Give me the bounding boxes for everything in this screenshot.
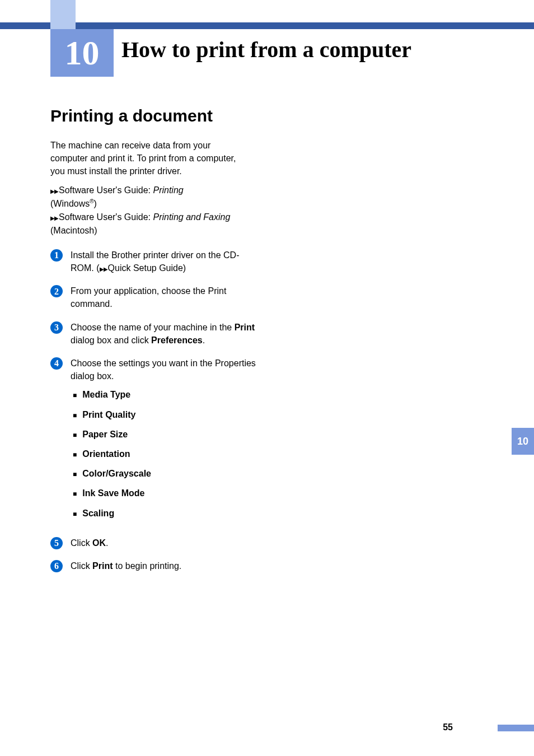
step-number-badge: 4 [50, 357, 63, 370]
double-arrow-icon [50, 185, 59, 195]
step-text-part: . [203, 335, 205, 345]
step-text-bold: Preferences [151, 335, 203, 345]
ref1-paren-close: ) [94, 199, 97, 208]
ref2-prefix: Software User's Guide: [59, 212, 153, 222]
page-footer: 55 [0, 722, 534, 732]
double-arrow-icon [50, 212, 59, 222]
setting-item: Color/Grayscale [73, 467, 257, 480]
step-text-part: . [106, 538, 108, 548]
content-column: Printing a document The machine can rece… [50, 106, 274, 582]
ref2-title: Printing and Faxing [153, 212, 230, 222]
step-number-badge: 5 [50, 537, 63, 549]
double-arrow-icon [100, 263, 108, 273]
step-4: 4 Choose the settings you want in the Pr… [50, 357, 257, 526]
cross-references: Software User's Guide: Printing (Windows… [50, 184, 246, 237]
setting-item: Orientation [73, 447, 257, 460]
step-text-part: dialog box and click [71, 335, 151, 345]
footer-bar [498, 725, 534, 731]
step-text: Choose the name of your machine in the P… [71, 321, 257, 347]
step-number-badge: 1 [50, 249, 63, 262]
setting-item: Ink Save Mode [73, 487, 257, 500]
steps-list: 1 Install the Brother printer driver on … [50, 249, 257, 572]
header-bar [0, 22, 534, 29]
step-text-bold: OK [92, 538, 106, 548]
step-1: 1 Install the Brother printer driver on … [50, 249, 257, 274]
step-text-part: Choose the name of your machine in the [71, 323, 235, 332]
ref1-title: Printing [153, 185, 183, 195]
registered-symbol: ® [90, 198, 93, 204]
chapter-side-tab: 10 [512, 428, 534, 455]
step-text-bold: Print [235, 323, 255, 332]
setting-item: Media Type [73, 388, 257, 401]
step-text-part: Click [71, 538, 92, 548]
page-number: 55 [443, 722, 453, 732]
step-2: 2 From your application, choose the Prin… [50, 284, 257, 310]
step-text: Click Print to begin printing. [71, 559, 257, 572]
ref1-paren-open: (Windows [50, 199, 90, 208]
step-text-bold: Print [92, 561, 113, 571]
page-title: How to print from a computer [121, 36, 411, 63]
step-6: 6 Click Print to begin printing. [50, 559, 257, 572]
step-text: Choose the settings you want in the Prop… [71, 357, 257, 526]
step-number-badge: 2 [50, 285, 63, 297]
step-text: Click OK. [71, 536, 257, 549]
ref2-suffix: (Macintosh) [50, 226, 97, 235]
step-text-part: Click [71, 561, 92, 571]
setting-item: Scaling [73, 507, 257, 520]
setting-item: Paper Size [73, 428, 257, 441]
step-3: 3 Choose the name of your machine in the… [50, 321, 257, 347]
step-number-badge: 6 [50, 560, 63, 572]
step-number-badge: 3 [50, 321, 63, 334]
step-text: From your application, choose the Print … [71, 284, 257, 310]
ref1-prefix: Software User's Guide: [59, 185, 153, 195]
step-text-part: to begin printing. [113, 561, 182, 571]
setting-item: Print Quality [73, 408, 257, 421]
settings-list: Media Type Print Quality Paper Size Orie… [73, 388, 257, 519]
step-text-part: Choose the settings you want in the Prop… [71, 358, 256, 381]
step-text-part: ) [183, 263, 186, 273]
header-left-block [50, 0, 76, 29]
step-text: Install the Brother printer driver on th… [71, 249, 257, 274]
step-5: 5 Click OK. [50, 536, 257, 549]
section-title: Printing a document [50, 106, 274, 125]
step-text-link: Quick Setup Guide [108, 263, 183, 273]
intro-paragraph: The machine can receive data from your c… [50, 139, 246, 178]
chapter-number-box: 10 [50, 29, 114, 77]
